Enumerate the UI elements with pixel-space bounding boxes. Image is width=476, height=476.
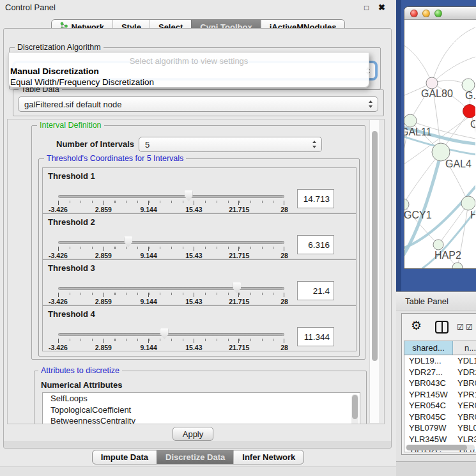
combo-arrows-icon — [369, 100, 373, 108]
table-row[interactable]: YBR043CYBR0... — [404, 378, 476, 389]
node-label: GCY1 — [404, 210, 432, 220]
slider-track[interactable] — [58, 287, 284, 290]
tab-discretize-data[interactable]: Discretize Data — [157, 450, 233, 464]
number-of-intervals-combobox[interactable]: 5 — [139, 137, 322, 152]
tick-label: 21.715 — [229, 344, 249, 351]
table-data-combobox[interactable]: galFiltered.sif default node — [18, 96, 378, 112]
cell: YLR345W — [404, 434, 453, 444]
threshold-slider[interactable]: -3.426 2.859 9.144 15.43 21.715 28 — [58, 282, 284, 305]
gear-icon[interactable]: ⚙ — [411, 318, 422, 333]
tick-label: 21.715 — [229, 206, 249, 213]
slider-ticks — [58, 201, 284, 205]
table-row[interactable]: YDR27...YDR2... — [404, 367, 476, 378]
column-header-shared-name[interactable]: shared... — [404, 341, 453, 355]
option-equal-width-frequency[interactable]: Equal Width/Frequency Discretization — [10, 77, 154, 87]
cell: YPR145W — [404, 390, 453, 399]
checkbox-icon[interactable]: ☑ — [466, 323, 473, 332]
node-gcy1 — [404, 199, 409, 210]
tick-label: 9.144 — [140, 298, 157, 305]
cell: YBR0... — [453, 412, 476, 422]
algorithm-dropdown-popup: Select algorithm to view settings Manual… — [8, 52, 369, 88]
close-icon[interactable]: ✖ — [378, 3, 385, 12]
threshold-slider[interactable]: -3.426 2.859 9.144 15.43 21.715 28 — [58, 190, 284, 213]
numerical-attributes-list[interactable]: SelfLoops TopologicalCoefficient Between… — [42, 392, 360, 424]
threshold-slider[interactable]: -3.426 2.859 9.144 15.43 21.715 28 — [58, 236, 284, 259]
list-item[interactable]: TopologicalCoefficient — [43, 404, 360, 416]
close-traffic-light-icon[interactable] — [410, 10, 418, 17]
table-row[interactable]: YBL079WYBL0... — [404, 422, 476, 434]
list-item[interactable]: SelfLoops — [43, 393, 360, 404]
node-attribute-table[interactable]: shared... n... YDL19...YDL1... YDR27...Y… — [404, 341, 476, 452]
node-label: C — [470, 119, 475, 130]
tick-label: -3.426 — [49, 298, 68, 305]
tick-label: -3.426 — [49, 252, 68, 259]
cell: YDR2... — [453, 367, 476, 377]
node-label: GAL80 — [421, 88, 453, 99]
apply-button[interactable]: Apply — [173, 427, 213, 441]
node-h — [461, 196, 475, 210]
table-row[interactable]: YDL19...YDL1... — [404, 355, 476, 367]
tab-infer-network[interactable]: Infer Network — [233, 450, 303, 464]
float-window-icon[interactable]: □ — [364, 3, 369, 12]
cell: YBR045C — [404, 412, 453, 422]
slider-track[interactable] — [58, 333, 284, 336]
slider-track[interactable] — [58, 195, 284, 198]
cell: YBR0... — [453, 378, 476, 388]
node-gal80 — [426, 77, 438, 89]
slider-tick-labels: -3.426 2.859 9.144 15.43 21.715 28 — [58, 298, 284, 305]
list-item[interactable]: BetweennessCentrality — [43, 415, 360, 424]
tab-impute-data[interactable]: Impute Data — [93, 450, 157, 464]
slider-tick-labels: -3.426 2.859 9.144 15.43 21.715 28 — [58, 206, 284, 213]
list-scrollbar[interactable] — [351, 394, 358, 424]
tab-label: Discretize Data — [165, 452, 225, 462]
table-row[interactable]: YER054CYER0... — [404, 400, 476, 411]
table-row[interactable]: YLR345WYLR3... — [404, 434, 476, 445]
minimize-traffic-light-icon[interactable] — [422, 10, 430, 17]
table-panel-area: ⚙ ☑ ☑ shared... n... YDL19...YDL1... YDR… — [396, 311, 476, 476]
table-scrollbar-thumb[interactable] — [406, 445, 467, 450]
slider-tick-labels: -3.426 2.859 9.144 15.43 21.715 28 — [58, 344, 284, 351]
slider-thumb[interactable] — [160, 328, 169, 339]
threshold-title: Threshold 2 — [48, 217, 95, 227]
tick-label: 21.715 — [229, 298, 249, 305]
tick-label: -3.426 — [49, 206, 68, 213]
threshold-slider[interactable]: -3.426 2.859 9.144 15.43 21.715 28 — [58, 328, 284, 351]
threshold-title: Threshold 4 — [48, 309, 95, 319]
settings-scroll-region: Interval Definition Number of Intervals … — [7, 119, 385, 424]
slider-thumb[interactable] — [233, 282, 241, 293]
threshold-value-field[interactable]: 11.344 — [297, 327, 334, 346]
node-hap2 — [433, 240, 443, 250]
table-horizontal-scrollbar[interactable] — [406, 445, 475, 450]
network-view-window[interactable]: GAL80 G. GAL11 GAL4 GCY1 H HAP2 C — [404, 6, 476, 269]
table-row[interactable]: YBR045CYBR0... — [404, 411, 476, 423]
option-manual-discretization[interactable]: Manual Discretization — [10, 66, 99, 76]
tab-label: Impute Data — [101, 452, 148, 462]
network-canvas[interactable]: GAL80 G. GAL11 GAL4 GCY1 H HAP2 C — [404, 20, 475, 269]
settings-scrollbar[interactable] — [369, 120, 379, 423]
tick-label: 2.859 — [95, 252, 112, 259]
control-panel-titlebar: Control Panel □ ✖ — [0, 0, 396, 15]
threshold-panel-2: Threshold 2 -3.426 2.859 9.144 15.43 21.… — [42, 213, 357, 259]
column-header-name[interactable]: n... — [453, 341, 476, 355]
threshold-value-field[interactable]: 6.316 — [297, 235, 334, 254]
tick-label: 28 — [280, 298, 288, 305]
tick-label: 9.144 — [140, 252, 157, 259]
network-window-titlebar[interactable] — [404, 7, 476, 20]
slider-track[interactable] — [58, 241, 284, 244]
split-columns-icon[interactable] — [435, 321, 449, 334]
tick-label: 2.859 — [95, 206, 112, 213]
threshold-value-field[interactable]: 21.4 — [297, 281, 334, 300]
cell: YBL079W — [404, 423, 453, 433]
settings-scrollbar-thumb[interactable] — [372, 131, 378, 361]
number-of-intervals-label: Number of Intervals — [56, 139, 134, 149]
checkbox-icon[interactable]: ☑ — [457, 323, 464, 332]
zoom-traffic-light-icon[interactable] — [434, 10, 442, 17]
table-row[interactable]: YPR145WYPR1... — [404, 389, 476, 401]
slider-thumb[interactable] — [124, 236, 132, 247]
thresholds-group: Threshold's Coordinates for 5 Intervals … — [38, 158, 360, 357]
cell: YBL0... — [453, 423, 476, 433]
slider-ticks — [58, 247, 284, 251]
list-scrollbar-thumb[interactable] — [352, 395, 358, 419]
threshold-value-field[interactable]: 14.713 — [297, 189, 334, 208]
slider-thumb[interactable] — [185, 190, 193, 201]
